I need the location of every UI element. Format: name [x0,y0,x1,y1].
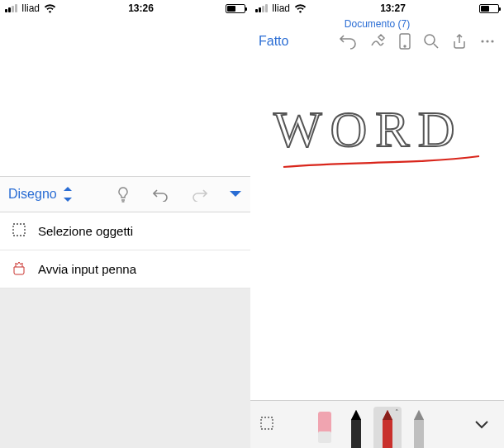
black-pen-tool[interactable] [342,407,370,448]
share-icon[interactable] [451,33,468,50]
svg-point-3 [425,35,435,45]
battery-icon [479,4,499,13]
chevron-up-icon: ˄ [395,408,399,417]
menu-item-pen[interactable]: Avvia input penna [0,250,250,288]
device-icon[interactable] [398,32,411,50]
status-bar: Iliad 13:26 [0,0,250,17]
dropdown-icon[interactable] [229,189,242,199]
more-icon[interactable] [479,33,496,50]
svg-rect-7 [261,417,273,429]
svg-point-6 [491,40,493,42]
svg-point-2 [404,45,406,47]
pen-cup-icon [12,260,26,278]
panel-background [0,288,250,448]
document-title[interactable]: Documento (7) [255,17,499,32]
chevron-down-icon[interactable] [468,411,496,439]
document-header: Documento (7) Fatto [250,17,504,55]
pencil-tool[interactable] [405,407,433,448]
mode-picker[interactable]: Disegno [8,187,74,202]
status-time: 13:26 [128,2,154,14]
search-icon[interactable] [423,33,440,50]
menu-label: Selezione oggetti [38,224,133,238]
battery-icon [226,4,245,13]
draw-toolbar: Disegno [0,176,250,212]
drawing-canvas[interactable]: WORD [250,55,504,400]
svg-rect-9 [318,431,331,443]
redo-icon[interactable] [191,187,207,202]
menu-item-selection[interactable]: Selezione oggetti [0,212,250,250]
menu-label: Avvia input penna [38,262,136,276]
done-button[interactable]: Fatto [259,34,327,49]
mode-label: Disegno [8,187,57,202]
handwriting-word: WORD [273,101,463,157]
signal-icon [255,4,268,12]
selection-icon [12,222,26,240]
carrier-label: Iliad [21,2,40,14]
status-bar: Iliad 13:27 [250,0,504,17]
lightbulb-icon[interactable] [115,186,131,203]
wifi-icon [44,4,56,13]
svg-point-4 [481,40,483,42]
svg-rect-0 [13,224,25,236]
undo-icon[interactable] [339,33,357,50]
underline-stroke [283,156,479,167]
status-time: 13:27 [380,2,406,14]
signal-icon [5,4,17,12]
red-pen-tool[interactable]: ˄ [373,407,402,448]
blank-area [0,17,250,176]
pen-toolbar: ˄ [250,400,504,448]
svg-point-5 [486,40,488,42]
wifi-icon [294,4,307,13]
crop-icon[interactable] [259,415,275,435]
undo-icon[interactable] [153,187,169,202]
draw-mode-icon[interactable] [368,32,387,50]
right-screenshot: Iliad 13:27 Documento (7) Fatto [250,0,504,448]
eraser-tool[interactable] [311,407,339,448]
carrier-label: Iliad [272,2,290,14]
stepper-icon [62,187,74,202]
left-screenshot: Iliad 13:26 Disegno [0,0,250,448]
